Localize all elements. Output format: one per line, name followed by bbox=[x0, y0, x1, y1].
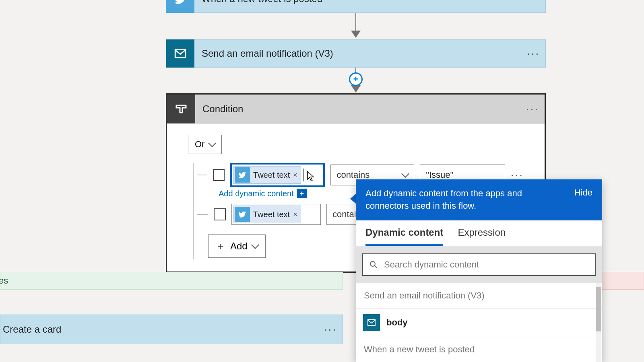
mail-icon bbox=[363, 314, 380, 331]
condition-header[interactable]: Condition ··· bbox=[167, 95, 545, 123]
dc-panel-message: Add dynamic content from the apps and co… bbox=[365, 187, 567, 212]
row2-operator-dropdown[interactable]: contains bbox=[326, 204, 359, 225]
connector-arrow-1 bbox=[355, 13, 356, 37]
token-tweet-text[interactable]: Tweet text × bbox=[233, 166, 301, 184]
trigger-card[interactable]: When a new tweet is posted ··· bbox=[166, 0, 546, 13]
twitter-icon bbox=[166, 0, 194, 13]
dc-item-label: body bbox=[386, 317, 408, 328]
create-card-step[interactable]: Create a card ··· bbox=[0, 315, 343, 344]
add-button-label: Add bbox=[230, 241, 248, 252]
dc-item-body[interactable]: body bbox=[356, 309, 602, 337]
chevron-down-icon bbox=[251, 241, 259, 249]
chevron-down-icon bbox=[208, 139, 217, 147]
dc-search-box[interactable] bbox=[362, 253, 596, 276]
create-card-title: Create a card bbox=[3, 324, 318, 335]
dynamic-content-panel: Add dynamic content from the apps and co… bbox=[356, 179, 602, 362]
tree-connector bbox=[197, 214, 208, 215]
dc-tabs: Dynamic content Expression bbox=[356, 220, 602, 246]
svg-point-0 bbox=[370, 261, 375, 266]
plus-icon: ＋ bbox=[216, 240, 225, 253]
text-cursor bbox=[303, 169, 304, 181]
row1-value-left[interactable]: Tweet text × bbox=[230, 163, 325, 187]
dc-group-twitter: When a new tweet is posted bbox=[356, 337, 602, 362]
token-remove-button[interactable]: × bbox=[293, 210, 297, 219]
dc-panel-header: Add dynamic content from the apps and co… bbox=[356, 179, 602, 220]
row1-value-text: "Issue" bbox=[426, 170, 453, 180]
token-label: Tweet text bbox=[253, 171, 290, 180]
dc-scrollbar-thumb[interactable] bbox=[596, 287, 601, 331]
trigger-title: When a new tweet is posted bbox=[194, 0, 521, 4]
tab-dynamic-content[interactable]: Dynamic content bbox=[365, 227, 443, 246]
group-operator-dropdown[interactable]: Or bbox=[188, 135, 222, 154]
insert-step-button[interactable]: + bbox=[349, 72, 363, 86]
create-card-menu-button[interactable]: ··· bbox=[318, 315, 343, 344]
tree-connector bbox=[197, 175, 207, 175]
token-remove-button[interactable]: × bbox=[293, 171, 297, 179]
condition-icon bbox=[167, 95, 195, 123]
dc-hide-button[interactable]: Hide bbox=[574, 187, 592, 198]
token-label: Tweet text bbox=[253, 210, 290, 219]
dc-group-email: Send an email notification (V3) bbox=[356, 283, 602, 309]
row2-value-left[interactable]: Tweet text × bbox=[231, 204, 321, 225]
condition-title: Condition bbox=[195, 103, 520, 115]
mail-icon bbox=[166, 39, 194, 68]
search-icon bbox=[369, 260, 378, 269]
twitter-icon bbox=[235, 207, 250, 222]
chevron-down-icon bbox=[401, 170, 409, 178]
trigger-menu-button[interactable]: ··· bbox=[521, 0, 545, 12]
email-step-menu-button[interactable]: ··· bbox=[521, 40, 545, 67]
token-tweet-text[interactable]: Tweet text × bbox=[233, 206, 301, 223]
condition-menu-button[interactable]: ··· bbox=[520, 95, 545, 123]
row2-checkbox[interactable] bbox=[214, 208, 226, 220]
dc-results-list: Send an email notification (V3) body Whe… bbox=[356, 283, 602, 362]
email-step-card[interactable]: Send an email notification (V3) ··· bbox=[166, 39, 546, 68]
rule-tree-line bbox=[193, 163, 194, 259]
group-operator-label: Or bbox=[195, 139, 204, 150]
row2-operator-label: contains bbox=[332, 209, 359, 220]
plus-badge-icon: + bbox=[297, 189, 307, 198]
add-dc-label: Add dynamic content bbox=[219, 189, 294, 198]
row1-checkbox[interactable] bbox=[213, 169, 225, 181]
add-condition-button[interactable]: ＋ Add bbox=[208, 234, 266, 258]
row1-operator-label: contains bbox=[336, 170, 369, 180]
twitter-icon bbox=[235, 167, 250, 183]
if-yes-branch[interactable]: es bbox=[0, 272, 343, 290]
email-step-title: Send an email notification (V3) bbox=[194, 48, 521, 59]
dc-search-input[interactable] bbox=[384, 259, 589, 270]
if-yes-label: es bbox=[0, 276, 8, 286]
dc-search-wrap bbox=[356, 246, 602, 283]
tab-expression[interactable]: Expression bbox=[458, 227, 506, 246]
